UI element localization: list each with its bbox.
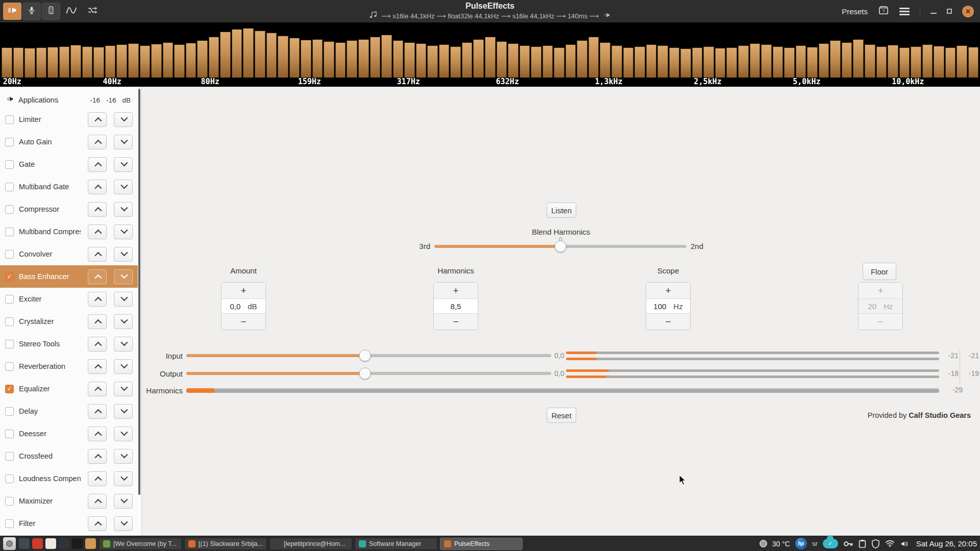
amount-increment-button[interactable]: +	[222, 283, 265, 299]
sidebar-item-reverberation[interactable]: Reverberation	[0, 355, 138, 378]
test-signal-button[interactable]	[83, 3, 103, 20]
menu-button[interactable]	[899, 8, 910, 15]
move-down-button[interactable]	[114, 292, 133, 307]
checkbox-crossfeed[interactable]	[5, 452, 14, 461]
output-slider-knob[interactable]	[359, 368, 371, 380]
clipboard-icon[interactable]	[859, 539, 866, 548]
pipeline-tab-button[interactable]	[42, 3, 60, 20]
reset-button[interactable]: Reset	[547, 408, 576, 423]
wifi-icon[interactable]	[885, 540, 895, 547]
move-up-button[interactable]	[88, 292, 107, 307]
taskbar-launcher-2-icon[interactable]	[32, 538, 43, 549]
sidebar-item-exciter[interactable]: Exciter	[0, 288, 138, 310]
sidebar-item-crystalizer[interactable]: Crystalizer	[0, 310, 138, 333]
taskbar-window-pulseeffects[interactable]: PulseEffects	[440, 538, 523, 550]
output-tab-button[interactable]	[3, 3, 21, 20]
sidebar-scrollbar[interactable]	[138, 89, 140, 495]
taskbar-window-lepetitprince-hom[interactable]: [lepetitprince@Hom...	[270, 538, 352, 550]
checkbox-exciter[interactable]	[5, 295, 14, 304]
sidebar-item-delay[interactable]: Delay	[0, 400, 138, 422]
sidebar-item-convolver[interactable]: Convolver	[0, 243, 138, 265]
move-down-button[interactable]	[114, 112, 133, 127]
restore-button[interactable]	[947, 9, 952, 14]
hp-logo-icon[interactable]: hp	[795, 538, 807, 549]
sidebar-item-stereo-tools[interactable]: Stereo Tools	[0, 333, 138, 355]
shield-icon[interactable]	[871, 539, 880, 548]
sidebar-item-equalizer[interactable]: ✓Equalizer	[0, 378, 138, 400]
sidebar-item-compressor[interactable]: Compressor	[0, 198, 138, 220]
floor-label-button[interactable]: Floor	[863, 263, 896, 280]
move-down-button[interactable]	[114, 314, 133, 329]
move-down-button[interactable]	[114, 180, 133, 194]
checkbox-limiter[interactable]	[5, 115, 14, 124]
move-down-button[interactable]	[114, 471, 133, 486]
move-down-button[interactable]	[114, 359, 133, 374]
taskbar-launcher-4-icon[interactable]	[59, 538, 69, 549]
spectrum-toggle-button[interactable]	[61, 3, 82, 20]
minimize-button[interactable]	[930, 13, 937, 14]
checkbox-maximizer[interactable]	[5, 497, 14, 506]
checkbox-bass-enhancer[interactable]: ✓	[5, 272, 14, 281]
move-down-button[interactable]	[114, 382, 133, 396]
move-up-button[interactable]	[88, 180, 107, 194]
presets-button[interactable]: Presets	[842, 7, 868, 16]
checkbox-convolver[interactable]	[5, 250, 14, 259]
checkbox-multiband-gate[interactable]	[5, 183, 14, 191]
taskbar-launcher-1-icon[interactable]	[19, 538, 30, 549]
move-up-button[interactable]	[88, 359, 107, 374]
sidebar-item-limiter[interactable]: Limiter	[0, 108, 138, 131]
input-gain-slider[interactable]	[186, 354, 551, 357]
start-menu-button[interactable]	[3, 537, 16, 550]
sidebar-item-filter[interactable]: Filter	[0, 512, 138, 535]
keyboard-layout[interactable]: sr	[812, 540, 818, 547]
help-chest-button[interactable]: ?	[878, 5, 889, 17]
input-slider-knob[interactable]	[359, 350, 371, 362]
move-down-button[interactable]	[114, 135, 133, 149]
taskbar-launcher-3-icon[interactable]	[45, 538, 56, 549]
checkbox-compressor[interactable]	[5, 205, 14, 214]
sidebar-item-crossfeed[interactable]: Crossfeed	[0, 445, 138, 467]
move-up-button[interactable]	[88, 427, 107, 441]
volume-icon[interactable]	[900, 540, 909, 548]
taskbar-launcher-6-icon[interactable]	[85, 538, 96, 549]
move-up-button[interactable]	[88, 269, 107, 284]
sidebar-item-loudness-compensator[interactable]: Loudness Compensator	[0, 467, 138, 490]
temperature-icon[interactable]	[760, 540, 767, 547]
input-tab-button[interactable]	[22, 3, 41, 20]
harmonics-increment-button[interactable]: +	[434, 283, 478, 299]
move-up-button[interactable]	[88, 516, 107, 531]
taskbar-launcher-5-icon[interactable]	[72, 538, 83, 549]
move-up-button[interactable]	[88, 404, 107, 419]
taskbar-window-software-manager[interactable]: Software Manager	[355, 538, 437, 550]
checkbox-deesser[interactable]	[5, 430, 14, 438]
move-down-button[interactable]	[114, 202, 133, 217]
checkbox-auto-gain[interactable]	[5, 138, 14, 146]
sidebar-item-deesser[interactable]: Deesser	[0, 422, 138, 445]
harmonics-decrement-button[interactable]: −	[434, 313, 478, 330]
taskbar-window-1-slackware-srbija[interactable]: [(1) Slackware Srbija...	[184, 538, 267, 550]
sidebar-item-multiband-compressor[interactable]: Multiband Compressor	[0, 220, 138, 243]
output-gain-slider[interactable]	[186, 372, 551, 375]
clock[interactable]: Sat Aug 26, 20:05	[916, 539, 977, 548]
move-up-button[interactable]	[88, 112, 107, 127]
amount-value-field[interactable]: 0,0dB	[222, 299, 265, 313]
sidebar-item-gate[interactable]: Gate	[0, 153, 138, 176]
blend-slider-knob[interactable]	[555, 241, 567, 253]
sidebar-item-multiband-gate[interactable]: Multiband Gate	[0, 176, 138, 198]
move-up-button[interactable]	[88, 471, 107, 486]
move-up-button[interactable]	[88, 337, 107, 352]
sidebar-item-auto-gain[interactable]: Auto Gain	[0, 131, 138, 153]
move-up-button[interactable]	[88, 449, 107, 464]
move-down-button[interactable]	[114, 269, 133, 284]
taskbar-window-we-overcome-by-t[interactable]: [We Overcome (by T...	[99, 538, 182, 550]
move-up-button[interactable]	[88, 494, 107, 509]
listen-button[interactable]: Listen	[547, 203, 576, 218]
move-up-button[interactable]	[88, 202, 107, 217]
move-down-button[interactable]	[114, 449, 133, 464]
move-down-button[interactable]	[114, 337, 133, 352]
move-down-button[interactable]	[114, 224, 133, 239]
sidebar-item-maximizer[interactable]: Maximizer	[0, 490, 138, 512]
checkbox-equalizer[interactable]: ✓	[5, 385, 14, 393]
move-down-button[interactable]	[114, 247, 133, 262]
sidebar-item-applications[interactable]: Applications -16 -16 dB	[0, 90, 138, 110]
